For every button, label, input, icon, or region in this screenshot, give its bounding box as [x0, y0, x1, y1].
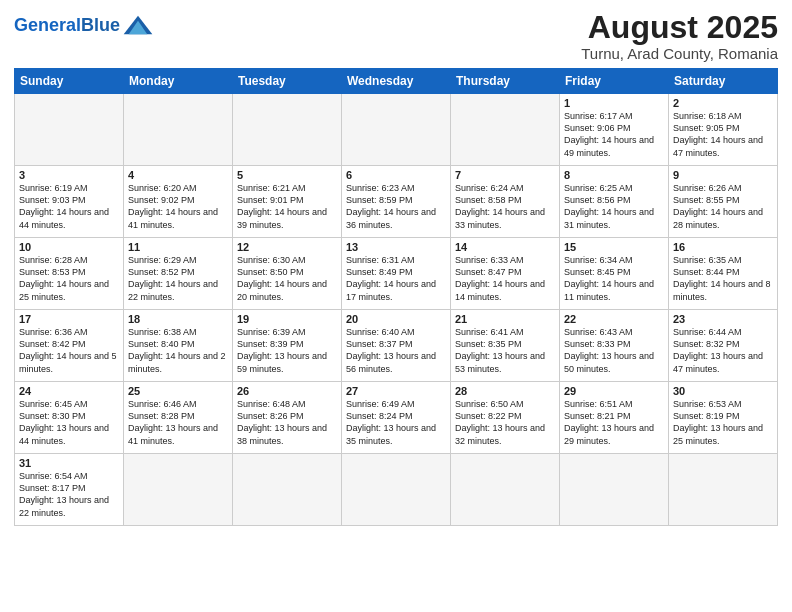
logo-general: General — [14, 15, 81, 35]
day-number: 14 — [455, 241, 555, 253]
title-block: August 2025 Turnu, Arad County, Romania — [581, 10, 778, 62]
day-cell — [669, 454, 778, 526]
day-cell: 4Sunrise: 6:20 AM Sunset: 9:02 PM Daylig… — [124, 166, 233, 238]
day-cell: 15Sunrise: 6:34 AM Sunset: 8:45 PM Dayli… — [560, 238, 669, 310]
day-info: Sunrise: 6:29 AM Sunset: 8:52 PM Dayligh… — [128, 254, 228, 303]
day-number: 15 — [564, 241, 664, 253]
day-info: Sunrise: 6:46 AM Sunset: 8:28 PM Dayligh… — [128, 398, 228, 447]
week-row-4: 24Sunrise: 6:45 AM Sunset: 8:30 PM Dayli… — [15, 382, 778, 454]
week-row-0: 1Sunrise: 6:17 AM Sunset: 9:06 PM Daylig… — [15, 94, 778, 166]
day-info: Sunrise: 6:41 AM Sunset: 8:35 PM Dayligh… — [455, 326, 555, 375]
day-number: 8 — [564, 169, 664, 181]
day-info: Sunrise: 6:21 AM Sunset: 9:01 PM Dayligh… — [237, 182, 337, 231]
day-cell — [233, 94, 342, 166]
day-cell: 27Sunrise: 6:49 AM Sunset: 8:24 PM Dayli… — [342, 382, 451, 454]
day-cell: 7Sunrise: 6:24 AM Sunset: 8:58 PM Daylig… — [451, 166, 560, 238]
day-info: Sunrise: 6:28 AM Sunset: 8:53 PM Dayligh… — [19, 254, 119, 303]
day-cell: 30Sunrise: 6:53 AM Sunset: 8:19 PM Dayli… — [669, 382, 778, 454]
day-info: Sunrise: 6:36 AM Sunset: 8:42 PM Dayligh… — [19, 326, 119, 375]
day-number: 21 — [455, 313, 555, 325]
day-info: Sunrise: 6:35 AM Sunset: 8:44 PM Dayligh… — [673, 254, 773, 303]
day-cell — [342, 94, 451, 166]
day-number: 7 — [455, 169, 555, 181]
day-number: 23 — [673, 313, 773, 325]
day-number: 1 — [564, 97, 664, 109]
day-cell: 13Sunrise: 6:31 AM Sunset: 8:49 PM Dayli… — [342, 238, 451, 310]
day-cell: 3Sunrise: 6:19 AM Sunset: 9:03 PM Daylig… — [15, 166, 124, 238]
day-info: Sunrise: 6:45 AM Sunset: 8:30 PM Dayligh… — [19, 398, 119, 447]
day-number: 24 — [19, 385, 119, 397]
day-cell: 19Sunrise: 6:39 AM Sunset: 8:39 PM Dayli… — [233, 310, 342, 382]
day-number: 31 — [19, 457, 119, 469]
day-cell — [560, 454, 669, 526]
day-info: Sunrise: 6:23 AM Sunset: 8:59 PM Dayligh… — [346, 182, 446, 231]
day-info: Sunrise: 6:33 AM Sunset: 8:47 PM Dayligh… — [455, 254, 555, 303]
day-number: 26 — [237, 385, 337, 397]
day-cell: 31Sunrise: 6:54 AM Sunset: 8:17 PM Dayli… — [15, 454, 124, 526]
day-number: 18 — [128, 313, 228, 325]
day-cell: 25Sunrise: 6:46 AM Sunset: 8:28 PM Dayli… — [124, 382, 233, 454]
day-info: Sunrise: 6:25 AM Sunset: 8:56 PM Dayligh… — [564, 182, 664, 231]
day-cell: 9Sunrise: 6:26 AM Sunset: 8:55 PM Daylig… — [669, 166, 778, 238]
day-cell: 17Sunrise: 6:36 AM Sunset: 8:42 PM Dayli… — [15, 310, 124, 382]
day-cell: 21Sunrise: 6:41 AM Sunset: 8:35 PM Dayli… — [451, 310, 560, 382]
col-friday: Friday — [560, 69, 669, 94]
calendar: SundayMondayTuesdayWednesdayThursdayFrid… — [14, 68, 778, 526]
day-info: Sunrise: 6:49 AM Sunset: 8:24 PM Dayligh… — [346, 398, 446, 447]
day-cell — [451, 454, 560, 526]
day-cell: 26Sunrise: 6:48 AM Sunset: 8:26 PM Dayli… — [233, 382, 342, 454]
day-cell: 23Sunrise: 6:44 AM Sunset: 8:32 PM Dayli… — [669, 310, 778, 382]
day-number: 3 — [19, 169, 119, 181]
day-number: 16 — [673, 241, 773, 253]
day-info: Sunrise: 6:31 AM Sunset: 8:49 PM Dayligh… — [346, 254, 446, 303]
day-cell: 20Sunrise: 6:40 AM Sunset: 8:37 PM Dayli… — [342, 310, 451, 382]
day-cell: 1Sunrise: 6:17 AM Sunset: 9:06 PM Daylig… — [560, 94, 669, 166]
day-info: Sunrise: 6:17 AM Sunset: 9:06 PM Dayligh… — [564, 110, 664, 159]
day-cell: 24Sunrise: 6:45 AM Sunset: 8:30 PM Dayli… — [15, 382, 124, 454]
logo: GeneralBlue — [14, 14, 154, 36]
day-cell: 6Sunrise: 6:23 AM Sunset: 8:59 PM Daylig… — [342, 166, 451, 238]
day-info: Sunrise: 6:26 AM Sunset: 8:55 PM Dayligh… — [673, 182, 773, 231]
day-cell: 8Sunrise: 6:25 AM Sunset: 8:56 PM Daylig… — [560, 166, 669, 238]
day-info: Sunrise: 6:50 AM Sunset: 8:22 PM Dayligh… — [455, 398, 555, 447]
day-cell: 28Sunrise: 6:50 AM Sunset: 8:22 PM Dayli… — [451, 382, 560, 454]
day-info: Sunrise: 6:54 AM Sunset: 8:17 PM Dayligh… — [19, 470, 119, 519]
day-number: 25 — [128, 385, 228, 397]
day-number: 11 — [128, 241, 228, 253]
day-info: Sunrise: 6:43 AM Sunset: 8:33 PM Dayligh… — [564, 326, 664, 375]
day-info: Sunrise: 6:19 AM Sunset: 9:03 PM Dayligh… — [19, 182, 119, 231]
day-number: 6 — [346, 169, 446, 181]
day-cell: 12Sunrise: 6:30 AM Sunset: 8:50 PM Dayli… — [233, 238, 342, 310]
header: GeneralBlue August 2025 Turnu, Arad Coun… — [14, 10, 778, 62]
day-cell: 16Sunrise: 6:35 AM Sunset: 8:44 PM Dayli… — [669, 238, 778, 310]
day-number: 2 — [673, 97, 773, 109]
day-info: Sunrise: 6:48 AM Sunset: 8:26 PM Dayligh… — [237, 398, 337, 447]
day-info: Sunrise: 6:40 AM Sunset: 8:37 PM Dayligh… — [346, 326, 446, 375]
day-cell: 22Sunrise: 6:43 AM Sunset: 8:33 PM Dayli… — [560, 310, 669, 382]
day-cell — [15, 94, 124, 166]
day-cell: 5Sunrise: 6:21 AM Sunset: 9:01 PM Daylig… — [233, 166, 342, 238]
day-number: 9 — [673, 169, 773, 181]
day-number: 13 — [346, 241, 446, 253]
day-cell: 18Sunrise: 6:38 AM Sunset: 8:40 PM Dayli… — [124, 310, 233, 382]
logo-icon — [122, 14, 154, 36]
day-number: 29 — [564, 385, 664, 397]
day-cell: 29Sunrise: 6:51 AM Sunset: 8:21 PM Dayli… — [560, 382, 669, 454]
day-number: 27 — [346, 385, 446, 397]
day-number: 28 — [455, 385, 555, 397]
day-info: Sunrise: 6:20 AM Sunset: 9:02 PM Dayligh… — [128, 182, 228, 231]
day-cell — [124, 454, 233, 526]
day-number: 4 — [128, 169, 228, 181]
week-row-5: 31Sunrise: 6:54 AM Sunset: 8:17 PM Dayli… — [15, 454, 778, 526]
day-info: Sunrise: 6:44 AM Sunset: 8:32 PM Dayligh… — [673, 326, 773, 375]
week-row-3: 17Sunrise: 6:36 AM Sunset: 8:42 PM Dayli… — [15, 310, 778, 382]
day-cell: 14Sunrise: 6:33 AM Sunset: 8:47 PM Dayli… — [451, 238, 560, 310]
day-number: 19 — [237, 313, 337, 325]
day-cell — [451, 94, 560, 166]
day-info: Sunrise: 6:51 AM Sunset: 8:21 PM Dayligh… — [564, 398, 664, 447]
week-row-2: 10Sunrise: 6:28 AM Sunset: 8:53 PM Dayli… — [15, 238, 778, 310]
col-monday: Monday — [124, 69, 233, 94]
day-info: Sunrise: 6:38 AM Sunset: 8:40 PM Dayligh… — [128, 326, 228, 375]
logo-text: GeneralBlue — [14, 16, 120, 34]
day-number: 30 — [673, 385, 773, 397]
